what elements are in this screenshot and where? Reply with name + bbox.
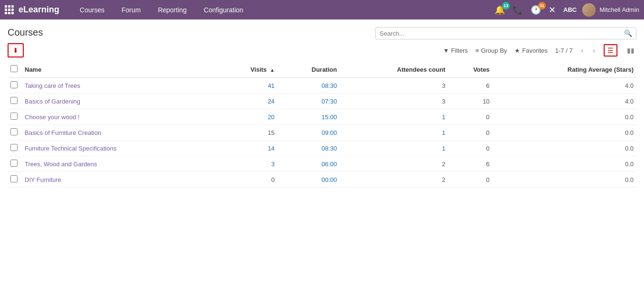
row-checkbox[interactable] xyxy=(10,97,18,104)
course-rating-cell: 0.0 xyxy=(493,125,636,141)
course-duration-cell: 08:30 xyxy=(278,141,340,156)
course-duration-cell: 00:00 xyxy=(278,172,340,188)
pagination-info: 1-7 / 7 xyxy=(555,47,573,54)
row-checkbox[interactable] xyxy=(10,113,18,120)
groupby-icon: ≡ xyxy=(476,47,479,54)
col-attendees[interactable]: Attendees count xyxy=(340,61,448,78)
nav-reporting[interactable]: Reporting xyxy=(149,0,196,19)
upload-icon: ⬇ xyxy=(13,47,19,54)
course-duration-cell: 15:00 xyxy=(278,109,340,125)
notifications-btn[interactable]: 🔔 13 xyxy=(493,5,507,15)
col-name[interactable]: Name xyxy=(22,61,217,78)
course-rating-cell: 0.0 xyxy=(493,141,636,156)
phone-icon: 📞 xyxy=(513,5,523,15)
course-name-cell[interactable]: DIY Furniture xyxy=(22,172,217,188)
row-checkbox-cell xyxy=(8,125,22,141)
search-bar: 🔍 xyxy=(375,27,636,39)
course-votes-cell: 0 xyxy=(448,125,492,141)
toolbar-right: ▼ Filters ≡ Group By ★ Favorites 1-7 / 7… xyxy=(443,44,636,57)
main-nav: Courses Forum Reporting Configuration xyxy=(71,0,493,19)
courses-table-container: Name Visits ▲ Duration Attendees count V… xyxy=(0,61,644,188)
page-header: Courses 🔍 xyxy=(0,19,644,39)
chart-view-button[interactable]: ▮▮ xyxy=(625,45,636,56)
col-votes[interactable]: Votes xyxy=(448,61,492,78)
course-duration-cell: 06:00 xyxy=(278,156,340,172)
nav-forum[interactable]: Forum xyxy=(113,0,149,19)
course-visits-cell[interactable]: 24 xyxy=(217,94,277,109)
prev-page-button[interactable]: ‹ xyxy=(580,47,585,54)
nav-courses[interactable]: Courses xyxy=(71,0,113,19)
course-attendees-cell[interactable]: 1 xyxy=(340,109,448,125)
course-visits-cell[interactable]: 41 xyxy=(217,78,277,94)
search-input[interactable] xyxy=(380,30,624,37)
course-attendees-cell[interactable]: 1 xyxy=(340,141,448,156)
course-name-cell[interactable]: Basics of Furniture Creation xyxy=(22,125,217,141)
course-rating-cell: 0.0 xyxy=(493,156,636,172)
col-duration[interactable]: Duration xyxy=(278,61,340,78)
activity-badge: 31 xyxy=(538,2,546,9)
course-name-cell[interactable]: Basics of Gardening xyxy=(22,94,217,109)
user-name[interactable]: Mitchell Admin xyxy=(599,6,639,13)
course-visits-cell: 15 xyxy=(217,125,277,141)
navbar-right: 🔔 13 📞 🕐 31 ✕ ABC Mitchell Admin xyxy=(493,3,639,17)
grid-menu-icon[interactable] xyxy=(5,5,14,14)
course-name-cell[interactable]: Choose your wood ! xyxy=(22,109,217,125)
row-checkbox[interactable] xyxy=(10,160,18,167)
row-checkbox-cell xyxy=(8,156,22,172)
courses-table: Name Visits ▲ Duration Attendees count V… xyxy=(8,61,636,188)
course-votes-cell: 0 xyxy=(448,141,492,156)
course-attendees-cell[interactable]: 1 xyxy=(340,125,448,141)
course-name-cell[interactable]: Trees, Wood and Gardens xyxy=(22,156,217,172)
nav-configuration[interactable]: Configuration xyxy=(195,0,252,19)
col-visits[interactable]: Visits ▲ xyxy=(217,61,277,78)
star-icon: ★ xyxy=(514,47,520,54)
course-duration-cell: 07:30 xyxy=(278,94,340,109)
course-name-cell[interactable]: Taking care of Trees xyxy=(22,78,217,94)
wrench-icon: ✕ xyxy=(549,5,556,15)
course-votes-cell: 6 xyxy=(448,78,492,94)
row-checkbox[interactable] xyxy=(10,144,18,151)
course-attendees-cell: 2 xyxy=(340,172,448,188)
course-attendees-cell: 3 xyxy=(340,78,448,94)
navbar: eLearning Courses Forum Reporting Config… xyxy=(0,0,644,19)
select-all-header xyxy=(8,61,22,78)
groupby-button[interactable]: ≡ Group By xyxy=(476,47,507,54)
next-page-button[interactable]: › xyxy=(592,47,596,54)
course-votes-cell: 6 xyxy=(448,156,492,172)
course-attendees-cell: 3 xyxy=(340,94,448,109)
avatar-image xyxy=(582,3,596,17)
course-votes-cell: 0 xyxy=(448,109,492,125)
app-brand[interactable]: eLearning xyxy=(19,5,59,15)
avatar[interactable] xyxy=(582,3,596,17)
phone-btn[interactable]: 📞 xyxy=(511,5,525,15)
tools-btn[interactable]: ✕ xyxy=(547,5,558,15)
row-checkbox[interactable] xyxy=(10,81,18,88)
col-rating[interactable]: Rating Average (Stars) xyxy=(493,61,636,78)
main-content: Courses 🔍 ⬇ ▼ Filters ≡ Group By ★ Favor… xyxy=(0,19,644,294)
row-checkbox[interactable] xyxy=(10,128,18,135)
course-visits-cell[interactable]: 20 xyxy=(217,109,277,125)
abc-label[interactable]: ABC xyxy=(561,6,579,13)
course-rating-cell: 0.0 xyxy=(493,109,636,125)
row-checkbox-cell xyxy=(8,141,22,156)
search-icon[interactable]: 🔍 xyxy=(624,29,632,37)
course-duration-cell: 08:30 xyxy=(278,78,340,94)
course-visits-cell[interactable]: 3 xyxy=(217,156,277,172)
row-checkbox-cell xyxy=(8,94,22,109)
table-row: DIY Furniture000:00200.0 xyxy=(8,172,636,188)
upload-button[interactable]: ⬇ xyxy=(8,43,24,57)
toolbar: ⬇ ▼ Filters ≡ Group By ★ Favorites 1-7 /… xyxy=(0,39,644,61)
list-view-button[interactable]: ☰ xyxy=(604,44,617,57)
filters-button[interactable]: ▼ Filters xyxy=(443,47,468,54)
course-attendees-cell: 2 xyxy=(340,156,448,172)
page-title: Courses xyxy=(8,27,43,38)
row-checkbox[interactable] xyxy=(10,175,18,182)
course-visits-cell: 0 xyxy=(217,172,277,188)
favorites-button[interactable]: ★ Favorites xyxy=(514,47,547,54)
course-name-cell[interactable]: Furniture Technical Specifications xyxy=(22,141,217,156)
course-visits-cell[interactable]: 14 xyxy=(217,141,277,156)
select-all-checkbox[interactable] xyxy=(10,65,18,72)
table-row: Furniture Technical Specifications1408:3… xyxy=(8,141,636,156)
activity-btn[interactable]: 🕐 31 xyxy=(529,5,543,15)
list-icon: ☰ xyxy=(607,47,614,54)
